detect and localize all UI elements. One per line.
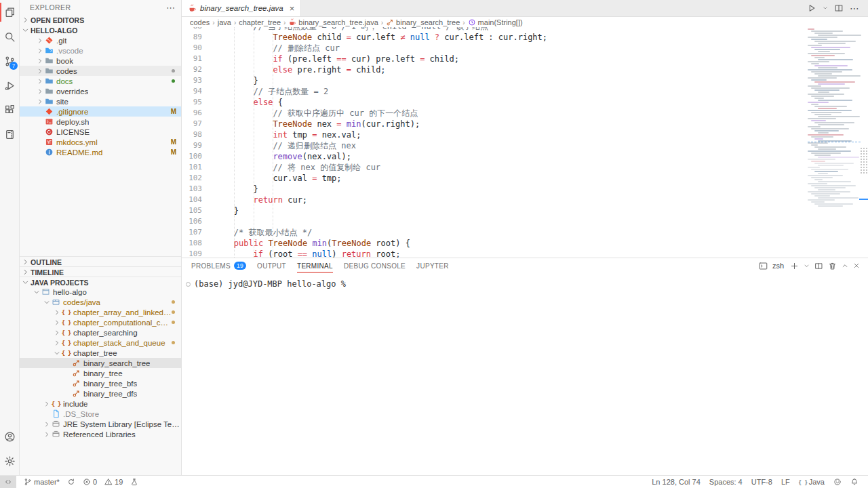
sidebar-more-actions[interactable]: ⋯ [166, 3, 176, 13]
activity-bar-item-settings[interactable] [0, 449, 19, 473]
braces-icon: { } [52, 399, 60, 408]
shell-label[interactable]: zsh [772, 262, 784, 270]
breadcrumb-item-java[interactable]: java [218, 18, 231, 26]
java-tree-item-chapter-tree[interactable]: { }chapter_tree [19, 348, 181, 358]
tree-item-overrides[interactable]: overrides [19, 86, 181, 96]
activity-bar-item-source-control[interactable]: 7 [0, 49, 19, 73]
kill-terminal-icon[interactable] [828, 262, 837, 270]
status-line-col[interactable]: Ln 128, Col 74 [652, 478, 701, 486]
section-label: TIMELINE [31, 268, 64, 277]
status-sync[interactable] [67, 478, 75, 486]
status-errors[interactable]: 0 [83, 478, 97, 486]
java-tree-item-referenced-libraries[interactable]: Referenced Libraries [19, 429, 181, 439]
tree-item-deploy-sh[interactable]: deploy.sh [19, 117, 181, 127]
java-tree-item-chapter-stack-and-queue[interactable]: { }chapter_stack_and_queue [19, 338, 181, 348]
status-bar-right: Ln 128, Col 74Spaces: 4UTF-8LF{ }Java [652, 478, 868, 486]
panel-tab-output[interactable]: OUTPUT [257, 258, 286, 273]
panel-tab-jupyter[interactable]: JUPYTER [416, 258, 449, 273]
section-java-projects[interactable]: JAVA PROJECTS [19, 277, 181, 287]
section-workspace[interactable]: HELLO-ALGO [19, 25, 181, 35]
activity-bar-item-extensions[interactable] [0, 98, 19, 122]
panel-tab-terminal[interactable]: TERMINAL [297, 258, 333, 273]
code-token: root) { [371, 239, 410, 248]
status-language-mode[interactable]: { }Java [799, 478, 825, 486]
breadcrumb-item-codes[interactable]: codes [190, 18, 210, 26]
java-tree-item-jre-system-library-eclipse-temurin-17-17-[interactable]: JRE System Library [Eclipse Temurin 17 [… [19, 419, 181, 429]
tree-item-codes[interactable]: codes [19, 66, 181, 76]
minimap[interactable] [808, 28, 858, 210]
activity-bar-item-account[interactable] [0, 424, 19, 449]
code-text: cur.val = tmp; [210, 173, 342, 184]
minimap-line [808, 61, 829, 62]
java-tree-item-binary-tree-bfs[interactable]: binary_tree_bfs [19, 378, 181, 388]
status-branch[interactable]: master* [24, 478, 60, 486]
java-tree-item-binary-search-tree[interactable]: binary_search_tree [19, 358, 181, 368]
terminal-dropdown-icon[interactable] [804, 263, 810, 269]
tree-item-mkdocs-yml[interactable]: mkdocs.ymlM [19, 137, 181, 147]
java-tree-item-chapter-computational-complexity[interactable]: { }chapter_computational_complexity [19, 317, 181, 327]
code-token: == [336, 54, 346, 64]
section-timeline[interactable]: TIMELINE [19, 266, 181, 277]
minimap-line [811, 136, 833, 138]
minimap-line [811, 87, 850, 89]
status-eol[interactable]: LF [781, 478, 790, 486]
tree-item-license[interactable]: LICENSE [19, 127, 181, 137]
breadcrumb-item-binary-search-tree-java[interactable]: binary_search_tree.java [288, 18, 378, 26]
tree-item-site[interactable]: site [19, 96, 181, 106]
split-terminal-icon[interactable] [814, 262, 823, 270]
overview-ruler[interactable] [859, 27, 868, 258]
status-encoding[interactable]: UTF-8 [751, 478, 772, 486]
activity-bar-item-search[interactable] [0, 24, 19, 49]
modified-dot [172, 341, 175, 344]
breadcrumb-item-chapter-tree[interactable]: chapter_tree [239, 18, 281, 26]
java-tree-item-chapter-searching[interactable]: { }chapter_searching [19, 327, 181, 338]
status-remote[interactable] [0, 476, 16, 488]
run-button[interactable] [807, 3, 816, 13]
code-line-107: 107/* 获取最小结点 */ [182, 227, 803, 238]
tree-item--vscode[interactable]: .vscode [19, 45, 181, 56]
java-tree-item-codes-java[interactable]: codes/java [19, 297, 181, 307]
java-tree-item-chapter-array-and-linkedlist[interactable]: { }chapter_array_and_linkedlist [19, 307, 181, 317]
code-text [210, 216, 214, 227]
maximize-panel-icon[interactable] [842, 262, 848, 269]
status-indentation[interactable]: Spaces: 4 [709, 478, 743, 486]
tab-binary-search-tree[interactable]: binary_search_tree.java × [182, 0, 301, 16]
terminal-output[interactable]: (base) jyd@JYD-MBP hello-algo % [182, 273, 868, 289]
run-dropdown-icon[interactable] [823, 5, 828, 11]
panel-tab-problems[interactable]: PROBLEMS19 [191, 258, 246, 273]
new-terminal-icon[interactable] [790, 262, 799, 270]
activity-bar-item-notebook[interactable] [0, 122, 19, 146]
more-actions-icon[interactable]: ⋯ [850, 3, 860, 14]
line-number: 100 [182, 151, 210, 162]
tree-item--git[interactable]: .git [19, 35, 181, 45]
section-outline[interactable]: OUTLINE [19, 256, 181, 267]
tree-item-docs[interactable]: docs [19, 76, 181, 86]
activity-bar-item-explorer[interactable] [0, 0, 19, 24]
minimap-line [808, 199, 835, 201]
tree-item-label: codes [56, 67, 77, 75]
split-editor-icon[interactable] [834, 3, 844, 13]
status-feedback[interactable] [833, 478, 842, 486]
status-warnings[interactable]: 19 [104, 478, 123, 486]
tree-item-readme-md[interactable]: README.mdM [19, 147, 181, 157]
modified-dot [172, 310, 175, 314]
tree-item-book[interactable]: book [19, 56, 181, 66]
status-tests[interactable] [130, 478, 138, 486]
java-tree-item-hello-algo[interactable]: hello-algo [19, 287, 181, 297]
java-tree-item-binary-tree[interactable]: binary_tree [19, 368, 181, 378]
code-token: (cur.right); [361, 119, 420, 129]
code-editor[interactable]: 88// 当子结点数量 = 0 / 1 时， child = null / 该子… [182, 27, 868, 258]
close-panel-icon[interactable] [853, 262, 860, 269]
tree-item--gitignore[interactable]: .gitignoreM [19, 106, 181, 117]
panel-tab-debug-console[interactable]: DEBUG CONSOLE [344, 258, 406, 273]
minimap-line [814, 81, 855, 83]
activity-bar-item-run-debug[interactable] [0, 73, 19, 98]
tab-close-icon[interactable]: × [290, 4, 295, 13]
java-tree-item--ds-store[interactable]: .DS_Store [19, 409, 181, 419]
java-tree-item-include[interactable]: { }include [19, 399, 181, 409]
status-notifications[interactable] [850, 478, 859, 486]
breadcrumb-item-binary-search-tree[interactable]: binary_search_tree [386, 18, 460, 26]
java-tree-item-binary-tree-dfs[interactable]: binary_tree_dfs [19, 388, 181, 399]
breadcrumb-item-main-string-[interactable]: main(String[]) [468, 18, 523, 26]
section-open-editors[interactable]: OPEN EDITORS [19, 15, 181, 25]
